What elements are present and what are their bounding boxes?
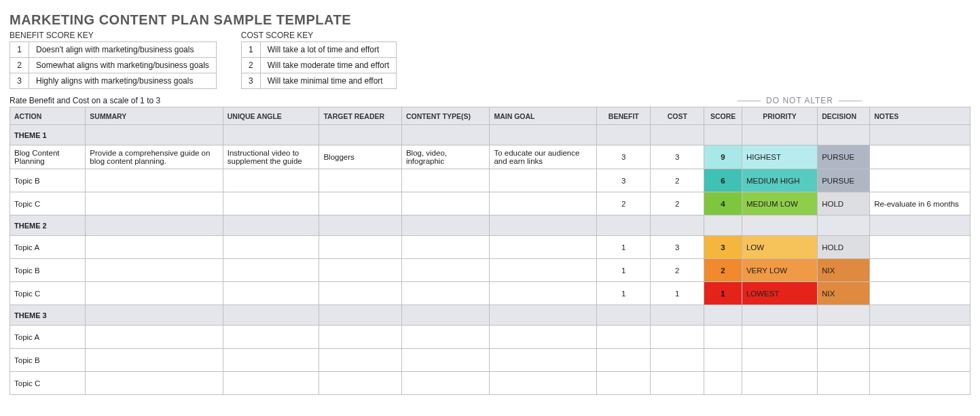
score-cell[interactable]: 3	[704, 236, 742, 259]
angle-cell[interactable]	[223, 169, 319, 192]
notes-cell[interactable]	[870, 236, 970, 259]
priority-cell[interactable]: MEDIUM LOW	[742, 192, 817, 215]
cost-cell[interactable]	[651, 326, 704, 349]
priority-cell[interactable]	[742, 326, 817, 349]
score-cell[interactable]: 2	[704, 259, 742, 282]
type-cell[interactable]	[401, 169, 490, 192]
priority-cell[interactable]: LOW	[742, 236, 817, 259]
cost-cell[interactable]	[651, 349, 704, 372]
reader-cell[interactable]	[319, 349, 401, 372]
benefit-cell[interactable]: 1	[597, 236, 651, 259]
notes-cell[interactable]	[870, 282, 970, 305]
benefit-cell[interactable]: 3	[597, 169, 651, 192]
benefit-cell[interactable]: 1	[597, 282, 651, 305]
reader-cell[interactable]	[319, 372, 401, 395]
type-cell[interactable]: Blog, video, infographic	[401, 145, 490, 169]
summary-cell[interactable]	[86, 236, 223, 259]
notes-cell[interactable]	[870, 372, 970, 395]
summary-cell[interactable]: Provide a comprehensive guide on blog co…	[86, 145, 223, 169]
goal-cell[interactable]	[490, 192, 597, 215]
type-cell[interactable]	[401, 326, 490, 349]
priority-cell[interactable]	[742, 349, 817, 372]
angle-cell[interactable]: Instructional video to supplement the gu…	[223, 145, 319, 169]
decision-cell[interactable]: HOLD	[818, 192, 870, 215]
action-cell[interactable]: Topic C	[10, 372, 86, 395]
action-cell[interactable]: Topic B	[10, 169, 86, 192]
goal-cell[interactable]	[490, 326, 597, 349]
action-cell[interactable]: Topic C	[10, 282, 86, 305]
reader-cell[interactable]: Bloggers	[319, 145, 401, 169]
goal-cell[interactable]	[490, 372, 597, 395]
notes-cell[interactable]	[870, 169, 970, 192]
decision-cell[interactable]: NIX	[818, 282, 870, 305]
action-cell[interactable]: Topic B	[10, 259, 86, 282]
angle-cell[interactable]	[223, 282, 319, 305]
goal-cell[interactable]	[490, 236, 597, 259]
notes-cell[interactable]	[870, 145, 970, 169]
benefit-cell[interactable]	[597, 372, 651, 395]
decision-cell[interactable]	[818, 372, 870, 395]
notes-cell[interactable]	[870, 259, 970, 282]
goal-cell[interactable]	[490, 259, 597, 282]
type-cell[interactable]	[401, 372, 490, 395]
action-cell[interactable]: Topic A	[10, 236, 86, 259]
reader-cell[interactable]	[319, 326, 401, 349]
reader-cell[interactable]	[319, 169, 401, 192]
cost-cell[interactable]: 2	[651, 192, 704, 215]
type-cell[interactable]	[401, 259, 490, 282]
type-cell[interactable]	[401, 282, 490, 305]
reader-cell[interactable]	[319, 236, 401, 259]
cost-cell[interactable]: 3	[651, 145, 704, 169]
priority-cell[interactable]	[742, 372, 817, 395]
action-cell[interactable]: Blog Content Planning	[10, 145, 86, 169]
score-cell[interactable]: 1	[704, 282, 742, 305]
goal-cell[interactable]	[490, 349, 597, 372]
benefit-cell[interactable]	[597, 326, 651, 349]
action-cell[interactable]: Topic C	[10, 192, 86, 215]
notes-cell[interactable]	[870, 326, 970, 349]
summary-cell[interactable]	[86, 169, 223, 192]
action-cell[interactable]: Topic B	[10, 349, 86, 372]
summary-cell[interactable]	[86, 259, 223, 282]
cost-cell[interactable]: 3	[651, 236, 704, 259]
priority-cell[interactable]: VERY LOW	[742, 259, 817, 282]
angle-cell[interactable]	[223, 192, 319, 215]
notes-cell[interactable]: Re-evaluate in 6 months	[870, 192, 970, 215]
reader-cell[interactable]	[319, 192, 401, 215]
notes-cell[interactable]	[870, 349, 970, 372]
type-cell[interactable]	[401, 192, 490, 215]
angle-cell[interactable]	[223, 326, 319, 349]
score-cell[interactable]	[704, 326, 742, 349]
decision-cell[interactable]	[818, 326, 870, 349]
decision-cell[interactable]: NIX	[818, 259, 870, 282]
benefit-cell[interactable]: 3	[597, 145, 651, 169]
angle-cell[interactable]	[223, 236, 319, 259]
score-cell[interactable]: 4	[704, 192, 742, 215]
goal-cell[interactable]	[490, 169, 597, 192]
type-cell[interactable]	[401, 236, 490, 259]
priority-cell[interactable]: LOWEST	[742, 282, 817, 305]
reader-cell[interactable]	[319, 259, 401, 282]
benefit-cell[interactable]: 1	[597, 259, 651, 282]
decision-cell[interactable]: PURSUE	[818, 145, 870, 169]
priority-cell[interactable]: MEDIUM HIGH	[742, 169, 817, 192]
cost-cell[interactable]: 2	[651, 169, 704, 192]
summary-cell[interactable]	[86, 282, 223, 305]
priority-cell[interactable]: HIGHEST	[742, 145, 817, 169]
decision-cell[interactable]	[818, 349, 870, 372]
cost-cell[interactable]: 1	[651, 282, 704, 305]
angle-cell[interactable]	[223, 372, 319, 395]
score-cell[interactable]	[704, 372, 742, 395]
benefit-cell[interactable]: 2	[597, 192, 651, 215]
summary-cell[interactable]	[86, 349, 223, 372]
action-cell[interactable]: Topic A	[10, 326, 86, 349]
cost-cell[interactable]: 2	[651, 259, 704, 282]
benefit-cell[interactable]	[597, 349, 651, 372]
reader-cell[interactable]	[319, 282, 401, 305]
score-cell[interactable]: 6	[704, 169, 742, 192]
score-cell[interactable]	[704, 349, 742, 372]
type-cell[interactable]	[401, 349, 490, 372]
summary-cell[interactable]	[86, 372, 223, 395]
summary-cell[interactable]	[86, 192, 223, 215]
summary-cell[interactable]	[86, 326, 223, 349]
